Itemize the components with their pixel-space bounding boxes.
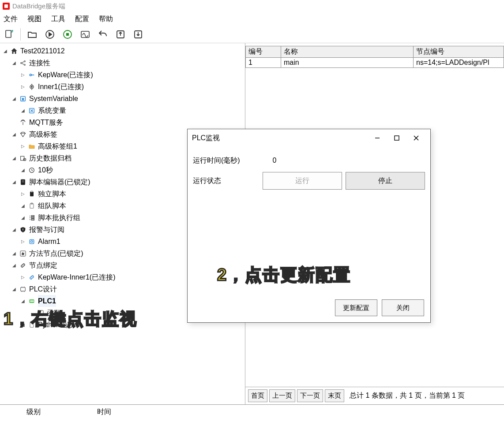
expand-icon[interactable]: ◢ xyxy=(20,322,26,328)
svg-rect-24 xyxy=(31,191,33,192)
svg-rect-39 xyxy=(38,310,43,316)
maximize-icon[interactable] xyxy=(387,131,406,145)
expand-icon[interactable]: ◢ xyxy=(20,203,26,209)
menu-view[interactable]: 视图 xyxy=(27,15,41,24)
update-config-button[interactable]: 更新配置 xyxy=(335,299,377,316)
pager: 首页 上一页 下一页 末页 总计 1 条数据，共 1 页，当前第 1 页 xyxy=(245,387,504,404)
toolbar-separator xyxy=(20,28,21,41)
bell-icon xyxy=(27,237,36,246)
expand-icon[interactable]: ◢ xyxy=(11,60,17,66)
col-id[interactable]: 编号 xyxy=(246,46,281,58)
svg-rect-29 xyxy=(31,219,34,220)
pager-next[interactable]: 下一页 xyxy=(297,389,323,402)
expand-icon[interactable]: ◢ xyxy=(11,263,17,268)
play-icon[interactable] xyxy=(44,28,56,41)
stop-icon[interactable] xyxy=(61,28,74,41)
expand-icon[interactable]: ◢ xyxy=(11,251,17,256)
data-grid[interactable]: 编号 名称 节点编号 1 main ns=14;s=LADDesign/Pl xyxy=(245,43,504,68)
wave-icon[interactable] xyxy=(79,28,91,41)
plc-monitor-dialog: PLC监视 运行时间(毫秒) 0 运行状态 运行 停止 更新配置 关闭 xyxy=(187,129,431,323)
log-col-level[interactable]: 级别 xyxy=(0,405,79,419)
dialog-footer: 更新配置 关闭 xyxy=(188,295,430,322)
svg-rect-4 xyxy=(66,33,69,36)
svg-rect-38 xyxy=(33,300,34,302)
expand-icon[interactable]: ◢ xyxy=(11,287,17,292)
menu-config[interactable]: 配置 xyxy=(75,15,89,24)
menu-tools[interactable]: 工具 xyxy=(51,15,65,24)
menu-file[interactable]: 文件 xyxy=(4,15,18,24)
open-folder-icon[interactable] xyxy=(26,28,38,41)
tree-inner1[interactable]: ▷ Inner1(已连接) xyxy=(20,81,245,93)
col-name[interactable]: 名称 xyxy=(281,46,414,58)
collapse-icon[interactable]: ▷ xyxy=(20,84,26,90)
runtime-label: 运行时间(毫秒) xyxy=(193,156,255,165)
tool-bar xyxy=(0,26,504,43)
pager-first[interactable]: 首页 xyxy=(248,389,267,402)
tree-kepware[interactable]: ▷ KepWare(已连接) xyxy=(20,69,245,81)
svg-rect-28 xyxy=(31,217,34,218)
target-icon xyxy=(27,82,36,91)
expand-icon[interactable]: ◢ xyxy=(11,96,17,101)
window-title: DataBridge服务端 xyxy=(12,2,65,11)
collapse-icon[interactable]: ▷ xyxy=(20,144,26,149)
export-icon[interactable] xyxy=(114,28,127,41)
clock-icon xyxy=(27,166,36,175)
collapse-icon[interactable]: ▷ xyxy=(20,191,26,197)
home-icon xyxy=(10,47,19,56)
expand-icon[interactable]: ◢ xyxy=(20,215,26,220)
folder-icon xyxy=(27,142,36,151)
tree-sysvar-child[interactable]: ◢ 系统变量 xyxy=(20,105,245,116)
dialog-title: PLC监视 xyxy=(192,134,220,143)
plc-chip-icon xyxy=(27,297,36,306)
new-file-icon[interactable] xyxy=(3,28,15,41)
expand-icon[interactable]: ◢ xyxy=(11,179,17,185)
pager-prev[interactable]: 上一页 xyxy=(269,389,295,402)
svg-point-11 xyxy=(30,74,31,76)
tree-connectivity[interactable]: ◢ 连接性 xyxy=(11,57,245,69)
svg-rect-27 xyxy=(31,215,34,217)
svg-rect-36 xyxy=(30,300,31,302)
state-label: 运行状态 xyxy=(193,176,255,186)
link-icon xyxy=(19,261,27,270)
app-icon xyxy=(3,3,10,10)
title-bar: DataBridge服务端 xyxy=(0,0,504,12)
svg-point-30 xyxy=(23,231,23,231)
svg-rect-21 xyxy=(22,180,24,181)
dialog-titlebar[interactable]: PLC监视 xyxy=(188,129,430,147)
close-button[interactable]: 关闭 xyxy=(382,299,424,316)
collapse-icon[interactable]: ▷ xyxy=(20,239,26,244)
expand-icon[interactable]: ◢ xyxy=(3,49,8,54)
log-col-time[interactable]: 时间 xyxy=(79,405,504,419)
pager-last[interactable]: 末页 xyxy=(325,389,344,402)
stop-button[interactable]: 停止 xyxy=(346,172,425,190)
runtime-value: 0 xyxy=(255,157,294,164)
expand-icon[interactable]: ◢ xyxy=(20,168,26,173)
collapse-icon[interactable]: ▷ xyxy=(20,275,26,280)
expand-icon[interactable]: ◢ xyxy=(20,108,26,113)
tree-sysvar[interactable]: ◢ x SystemVariable xyxy=(11,93,245,105)
clipboard-py-icon xyxy=(27,321,36,329)
svg-point-13 xyxy=(31,86,33,87)
grid-row[interactable]: 1 main ns=14;s=LADDesign/Pl xyxy=(246,58,504,68)
variable-icon: x xyxy=(19,94,27,103)
expand-icon[interactable]: ◢ xyxy=(20,299,26,304)
tree-mqtt[interactable]: ▷ MQTT服务 xyxy=(11,116,245,128)
fx-icon: fx xyxy=(19,249,27,258)
expand-icon[interactable]: ◢ xyxy=(11,156,17,161)
svg-point-9 xyxy=(24,60,26,62)
menu-help[interactable]: 帮助 xyxy=(99,15,113,24)
col-node[interactable]: 节点编号 xyxy=(414,46,504,58)
svg-rect-0 xyxy=(6,30,11,37)
minimize-icon[interactable] xyxy=(368,131,387,145)
expand-icon[interactable]: ◢ xyxy=(11,227,17,232)
undo-icon[interactable] xyxy=(97,28,109,41)
grid-header-row: 编号 名称 节点编号 xyxy=(246,46,504,58)
expand-icon[interactable]: ◢ xyxy=(11,132,17,137)
batch-icon xyxy=(27,213,36,222)
log-panel: 级别 时间 xyxy=(0,404,504,422)
tree-root[interactable]: ◢ Test20211012 xyxy=(3,45,245,57)
collapse-icon[interactable]: ▷ xyxy=(20,72,26,78)
close-icon[interactable] xyxy=(406,131,426,145)
run-button[interactable]: 运行 xyxy=(263,172,342,190)
import-icon[interactable] xyxy=(132,28,144,41)
